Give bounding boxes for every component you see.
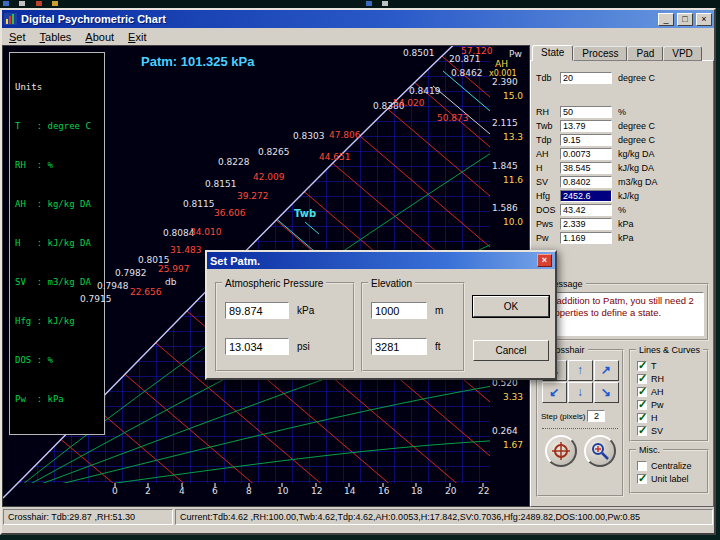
field-row-rh: RH % — [536, 105, 709, 119]
field-unit: degree C — [618, 73, 655, 83]
t-checkbox[interactable] — [637, 361, 647, 371]
tdb-input[interactable] — [560, 72, 612, 84]
enthalpy-label: 57.120 — [461, 46, 493, 56]
checkbox-row-t[interactable]: T — [637, 359, 701, 372]
cancel-button[interactable]: Cancel — [473, 340, 549, 361]
centralize-checkbox[interactable] — [637, 461, 647, 471]
crosshair-up-right-button[interactable]: ↗ — [594, 360, 619, 381]
psi-unit-label: psi — [297, 341, 310, 352]
sv-label: 0.8419 — [409, 86, 441, 96]
checkbox-row-pw[interactable]: Pw — [637, 398, 701, 411]
feet-input[interactable] — [371, 338, 427, 355]
tab-process[interactable]: Process — [573, 46, 627, 61]
ah-input[interactable] — [560, 148, 612, 160]
units-legend-title: Units — [15, 81, 99, 94]
pw-input[interactable] — [560, 232, 612, 244]
checkbox-label: AH — [651, 387, 664, 397]
message-group: Message In addition to Patm, you still n… — [536, 283, 709, 341]
ah-checkbox[interactable] — [637, 387, 647, 397]
status-current: Current:Tdb:4.62 ,RH:100.00,Twb:4.62,Tdp… — [175, 509, 713, 525]
crosshair-down-left-button[interactable]: ↙ — [542, 382, 567, 403]
sv-label: 0.8115 — [183, 199, 215, 209]
sv-checkbox[interactable] — [637, 426, 647, 436]
crosshair-down-right-button[interactable]: ↘ — [594, 382, 619, 403]
feet-unit-label: ft — [435, 341, 441, 352]
crosshair-down-button[interactable]: ↓ — [568, 382, 593, 403]
checkbox-row-centralize[interactable]: Centralize — [637, 459, 701, 472]
ok-button[interactable]: OK — [473, 296, 549, 317]
ah-axis-value: 15.0 — [503, 91, 523, 101]
menu-tables[interactable]: Tables — [33, 30, 79, 44]
pws-input[interactable] — [560, 218, 612, 230]
maximize-button[interactable]: □ — [677, 13, 693, 26]
sv-input[interactable] — [560, 176, 612, 188]
h-input[interactable] — [560, 162, 612, 174]
minimize-button[interactable]: _ — [658, 13, 674, 26]
h-checkbox[interactable] — [637, 413, 647, 423]
desktop-icon — [52, 1, 58, 6]
checkbox-row-sv[interactable]: SV — [637, 424, 701, 437]
desktop-icon — [19, 1, 25, 6]
ah-axis-header: AH — [495, 59, 508, 69]
units-legend-line: Pw : kPa — [15, 393, 99, 406]
dialog-close-button[interactable]: × — [537, 254, 552, 267]
field-row-hfg: Hfg kJ/kg — [536, 189, 709, 203]
target-icon — [552, 442, 570, 460]
x-tick-label: 10 — [277, 486, 288, 496]
field-row-tdp: Tdp degree C — [536, 133, 709, 147]
dos-input[interactable] — [560, 204, 612, 216]
tab-vpd[interactable]: VPD — [663, 46, 702, 61]
checkbox-label: Centralize — [651, 461, 692, 471]
crosshair-locate-button[interactable] — [584, 435, 616, 467]
enthalpy-label: 34.010 — [190, 227, 222, 237]
field-row-pws: Pws kPa — [536, 217, 709, 231]
field-unit: m3/kg DA — [618, 177, 658, 187]
kpa-unit-label: kPa — [297, 305, 314, 316]
menu-exit[interactable]: Exit — [121, 30, 153, 44]
meters-input[interactable] — [371, 302, 427, 319]
x-tick-label: 8 — [246, 486, 252, 496]
field-label: Pws — [536, 219, 560, 229]
dialog-title-bar[interactable]: Set Patm. × — [207, 252, 555, 269]
lines-curves-group: Lines & Curves T RH AH — [629, 349, 709, 442]
desktop-icon — [366, 1, 372, 6]
twb-label: Twb — [294, 208, 316, 219]
crosshair-up-button[interactable]: ↑ — [568, 360, 593, 381]
tdp-input[interactable] — [560, 134, 612, 146]
crosshair-center-button[interactable] — [545, 435, 577, 467]
checkbox-row-h[interactable]: H — [637, 411, 701, 424]
field-label: Pw — [536, 233, 560, 243]
field-label: SV — [536, 177, 560, 187]
enthalpy-label: 36.606 — [214, 208, 246, 218]
twb-input[interactable] — [560, 120, 612, 132]
x-tick-label: 16 — [378, 486, 389, 496]
step-input[interactable] — [587, 410, 605, 422]
tab-pad[interactable]: Pad — [627, 46, 663, 61]
hfg-input[interactable] — [560, 190, 612, 202]
rh-input[interactable] — [560, 106, 612, 118]
unit-label-checkbox[interactable] — [637, 474, 647, 484]
psi-input[interactable] — [225, 338, 289, 355]
title-bar[interactable]: Digital Psychrometric Chart _ □ × — [2, 10, 714, 28]
field-label: Tdp — [536, 135, 560, 145]
crosshair-actions — [541, 435, 619, 467]
ah-axis-value: 13.3 — [503, 132, 523, 142]
kpa-input[interactable] — [225, 302, 289, 319]
checkbox-label: SV — [651, 426, 663, 436]
menu-about[interactable]: About — [78, 30, 121, 44]
field-label: Twb — [536, 121, 560, 131]
field-row-tdb: Tdb degree C — [536, 71, 709, 85]
close-button[interactable]: × — [696, 13, 712, 26]
tab-state[interactable]: State — [532, 45, 573, 61]
checkbox-row-ah[interactable]: AH — [637, 385, 701, 398]
checkbox-label: Unit label — [651, 474, 689, 484]
pw-checkbox[interactable] — [637, 400, 647, 410]
menu-set[interactable]: Set — [2, 30, 33, 44]
checkbox-label: H — [651, 413, 658, 423]
checkbox-row-rh[interactable]: RH — [637, 372, 701, 385]
field-unit: degree C — [618, 121, 655, 131]
rh-checkbox[interactable] — [637, 374, 647, 384]
field-unit: kg/kg DA — [618, 149, 655, 159]
field-label: RH — [536, 107, 560, 117]
checkbox-row-unit-label[interactable]: Unit label — [637, 472, 701, 485]
